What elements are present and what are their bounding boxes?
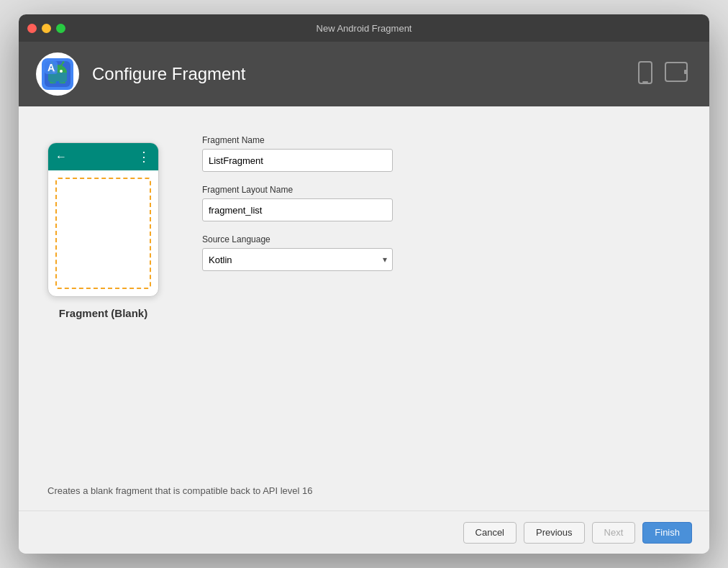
android-studio-svg: A [42, 58, 73, 90]
source-language-group: Source Language Kotlin Java ▾ [202, 234, 681, 271]
traffic-lights [27, 24, 65, 33]
finish-button[interactable]: Finish [642, 522, 692, 544]
fragment-name-group: Fragment Name [202, 135, 681, 172]
fragment-name-input[interactable] [202, 149, 393, 172]
svg-point-11 [63, 61, 65, 63]
overflow-menu-icon: ⋮ [137, 149, 151, 165]
dialog-header: A Configure Fragment [19, 42, 709, 106]
phone-body [48, 170, 158, 296]
close-button[interactable] [27, 24, 37, 33]
title-bar: New Android Fragment [19, 14, 709, 42]
phone-preview: ← ⋮ [47, 142, 159, 297]
preview-description: Creates a blank fragment that is compati… [19, 471, 709, 510]
next-button[interactable]: Next [592, 522, 636, 544]
device-icons [637, 61, 692, 87]
tablet-icon [665, 61, 692, 84]
svg-rect-14 [639, 62, 652, 83]
main-window: New Android Fragment [19, 14, 709, 554]
cancel-button[interactable]: Cancel [463, 522, 517, 544]
previous-button[interactable]: Previous [524, 522, 585, 544]
phone-icon [637, 61, 660, 87]
minimize-button[interactable] [42, 24, 51, 33]
back-arrow-icon: ← [55, 150, 67, 163]
content-top: ← ⋮ Fragment (Blank) Fragment Name Fragm… [19, 106, 709, 471]
app-icon: A [36, 52, 79, 96]
svg-point-7 [60, 70, 63, 73]
window-title: New Android Fragment [317, 23, 412, 34]
preview-label: Fragment (Blank) [59, 307, 147, 319]
fragment-name-label: Fragment Name [202, 135, 681, 145]
source-language-label: Source Language [202, 234, 681, 244]
fragment-layout-input[interactable] [202, 198, 393, 221]
fragment-layout-group: Fragment Layout Name [202, 185, 681, 221]
footer: Cancel Previous Next Finish [19, 510, 709, 554]
form-area: Fragment Name Fragment Layout Name Sourc… [202, 135, 681, 471]
svg-rect-17 [684, 70, 687, 74]
svg-rect-16 [665, 63, 687, 81]
preview-area: ← ⋮ Fragment (Blank) [47, 142, 159, 471]
svg-rect-15 [642, 81, 648, 83]
page-title: Configure Fragment [92, 64, 245, 84]
source-language-wrapper: Kotlin Java ▾ [202, 248, 393, 271]
maximize-button[interactable] [56, 24, 65, 33]
source-language-select[interactable]: Kotlin Java [202, 248, 393, 271]
content-body: ← ⋮ Fragment (Blank) Fragment Name Fragm… [19, 106, 709, 510]
phone-toolbar: ← ⋮ [48, 143, 158, 170]
fragment-layout-label: Fragment Layout Name [202, 185, 681, 195]
svg-text:A: A [47, 62, 55, 73]
fragment-placeholder [55, 178, 151, 289]
